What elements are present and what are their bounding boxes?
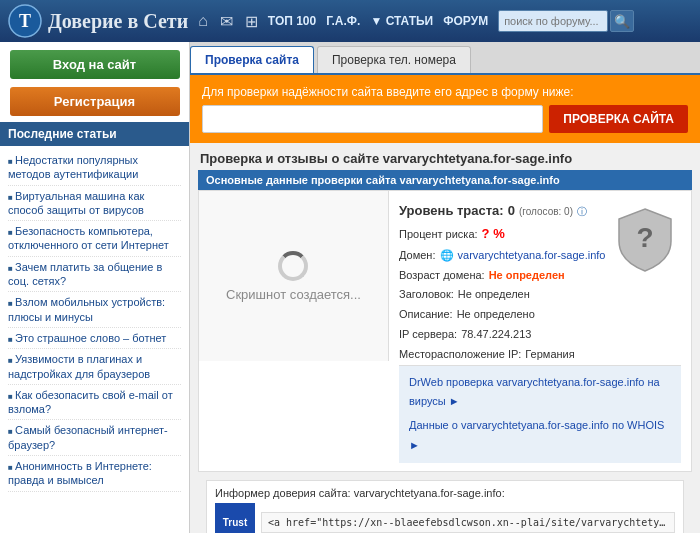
article-link[interactable]: Это страшное слово – ботнет <box>15 332 166 344</box>
location-value: Германия <box>525 345 574 365</box>
screenshot-text: Скришнот создается... <box>226 287 361 302</box>
whois-link[interactable]: Данные о varvarychtetyana.for-sage.info … <box>409 419 664 431</box>
trust-badge: ? <box>615 205 675 275</box>
grid-icon[interactable]: ⊞ <box>245 12 258 31</box>
informer-section: Информер доверия сайта: varvarychtetyana… <box>206 480 684 533</box>
search-input[interactable] <box>498 10 608 32</box>
search-box: 🔍 <box>498 10 634 32</box>
site-header: Т Доверие в Сети ⌂ ✉ ⊞ ТОП 100 Г.А.Ф. ▼ … <box>0 0 700 42</box>
percent-label: Процент риска: <box>399 225 478 245</box>
info-data: Уровень траста: 0 (голосов: 0) ⓘ Процент… <box>399 199 605 365</box>
register-button[interactable]: Регистрация <box>10 87 180 116</box>
header-label: Заголовок: <box>399 285 454 305</box>
ip-value: 78.47.224.213 <box>461 325 531 345</box>
site-url-input[interactable] <box>202 105 543 133</box>
trust-level-label: Уровень траста: <box>399 199 504 222</box>
site-logo: Т Доверие в Сети <box>8 4 188 38</box>
domain-flag: 🌐 <box>440 246 454 266</box>
login-button[interactable]: Вход на сайт <box>10 50 180 79</box>
tab-check-site[interactable]: Проверка сайта <box>190 46 314 73</box>
list-item: Зачем платить за общение в соц. сетях? <box>8 257 181 293</box>
nav-forum[interactable]: ФОРУМ <box>443 14 488 28</box>
check-form-label: Для проверки надёжности сайта введите ег… <box>202 85 688 99</box>
tab-check-phone[interactable]: Проверка тел. номера <box>317 46 471 73</box>
article-link[interactable]: Уязвимости в плагинах и надстройках для … <box>8 353 150 379</box>
data-section: Основные данные проверки сайта varvarych… <box>198 170 692 533</box>
list-item: Недостатки популярных методов аутентифик… <box>8 150 181 186</box>
svg-text:?: ? <box>636 222 653 253</box>
home-icon[interactable]: ⌂ <box>198 12 208 30</box>
list-item: Самый безопасный интернет-браузер? <box>8 420 181 456</box>
sidebar-articles-list: Недостатки популярных методов аутентифик… <box>0 146 189 496</box>
virus-link-row: DrWeb проверка varvarychtetyana.for-sage… <box>409 371 671 415</box>
virus-check-link[interactable]: DrWeb проверка varvarychtetyana.for-sage… <box>409 376 660 408</box>
check-submit-button[interactable]: ПРОВЕРКА САЙТА <box>549 105 688 133</box>
nav-links: ТОП 100 Г.А.Ф. ▼ СТАТЬИ ФОРУМ <box>268 14 488 28</box>
data-panel: Скришнот создается... Уровень траста: 0 … <box>198 190 692 472</box>
article-link[interactable]: Самый безопасный интернет-браузер? <box>8 424 168 450</box>
article-link[interactable]: Безопасность компьютера, отключенного от… <box>8 225 169 251</box>
nav-icons: ⌂ ✉ ⊞ <box>198 12 258 31</box>
article-link[interactable]: Недостатки популярных методов аутентифик… <box>8 154 138 180</box>
site-title: Доверие в Сети <box>48 10 188 33</box>
article-link[interactable]: Анонимность в Интернете: правда и вымысе… <box>8 460 152 486</box>
nav-articles[interactable]: ▼ СТАТЬИ <box>370 14 433 28</box>
list-item: Уязвимости в плагинах и надстройках для … <box>8 349 181 385</box>
section-header: Основные данные проверки сайта varvarych… <box>198 170 692 190</box>
informer-code-input[interactable] <box>261 512 675 533</box>
list-item: Виртуальная машина как способ защиты от … <box>8 186 181 222</box>
screenshot-area: Скришнот создается... <box>199 191 389 361</box>
info-icon: ⓘ <box>577 203 587 221</box>
main-content: Проверка сайта Проверка тел. номера Для … <box>190 42 700 533</box>
desc-row: Описание: Не определено <box>399 305 605 325</box>
article-link[interactable]: Зачем платить за общение в соц. сетях? <box>8 261 162 287</box>
trust-level-value: 0 <box>508 199 515 222</box>
search-button[interactable]: 🔍 <box>610 10 634 32</box>
shield-icon: ? <box>615 205 675 275</box>
sidebar: Вход на сайт Регистрация Последние стать… <box>0 42 190 533</box>
domain-row: Домен: 🌐 varvarychtetyana.for-sage.info <box>399 246 605 266</box>
list-item: Взлом мобильных устройств: плюсы и минус… <box>8 292 181 328</box>
age-row: Возраст домена: Не определен <box>399 266 605 286</box>
header-row: Заголовок: Не определен <box>399 285 605 305</box>
tab-bar: Проверка сайта Проверка тел. номера <box>190 42 700 75</box>
percent-value: ? % <box>482 222 505 245</box>
informer-icon-text: Trust <box>223 517 247 528</box>
desc-label: Описание: <box>399 305 453 325</box>
article-link[interactable]: Виртуальная машина как способ защиты от … <box>8 190 144 216</box>
check-form-row: ПРОВЕРКА САЙТА <box>202 105 688 133</box>
list-item: Как обезопасить свой e-mail от взлома? <box>8 385 181 421</box>
mail-icon[interactable]: ✉ <box>220 12 233 31</box>
location-row: Месторасположение IP: Германия <box>399 345 605 365</box>
info-panel: Уровень траста: 0 (голосов: 0) ⓘ Процент… <box>389 191 691 471</box>
informer-icon: Trust <box>215 503 255 533</box>
age-value: Не определен <box>489 266 565 286</box>
ip-row: IP сервера: 78.47.224.213 <box>399 325 605 345</box>
sidebar-articles-title: Последние статьи <box>0 122 189 146</box>
whois-link-row: Данные о varvarychtetyana.for-sage.info … <box>409 414 671 458</box>
desc-value: Не определено <box>457 305 535 325</box>
ip-label: IP сервера: <box>399 325 457 345</box>
age-label: Возраст домена: <box>399 266 485 286</box>
trust-votes: (голосов: 0) <box>519 203 573 221</box>
logo-icon: Т <box>8 4 42 38</box>
check-form-area: Для проверки надёжности сайта введите ег… <box>190 75 700 143</box>
informer-content: Trust <box>215 503 675 533</box>
article-link[interactable]: Взлом мобильных устройств: плюсы и минус… <box>8 296 165 322</box>
nav-gaf[interactable]: Г.А.Ф. <box>326 14 360 28</box>
list-item: Это страшное слово – ботнет <box>8 328 181 349</box>
svg-text:Т: Т <box>19 11 31 31</box>
nav-top100[interactable]: ТОП 100 <box>268 14 316 28</box>
loading-spinner <box>278 251 308 281</box>
article-link[interactable]: Как обезопасить свой e-mail от взлома? <box>8 389 173 415</box>
screenshot-placeholder: Скришнот создается... <box>226 251 361 302</box>
page-layout: Вход на сайт Регистрация Последние стать… <box>0 42 700 533</box>
location-label: Месторасположение IP: <box>399 345 521 365</box>
list-item: Анонимность в Интернете: правда и вымысе… <box>8 456 181 492</box>
header-value: Не определен <box>458 285 530 305</box>
list-item: Безопасность компьютера, отключенного от… <box>8 221 181 257</box>
review-title: Проверка и отзывы о сайте varvarychtetya… <box>190 143 700 170</box>
domain-value[interactable]: varvarychtetyana.for-sage.info <box>458 246 606 266</box>
percent-risk-row: Процент риска: ? % <box>399 222 605 245</box>
informer-title: Информер доверия сайта: varvarychtetyana… <box>215 487 675 499</box>
